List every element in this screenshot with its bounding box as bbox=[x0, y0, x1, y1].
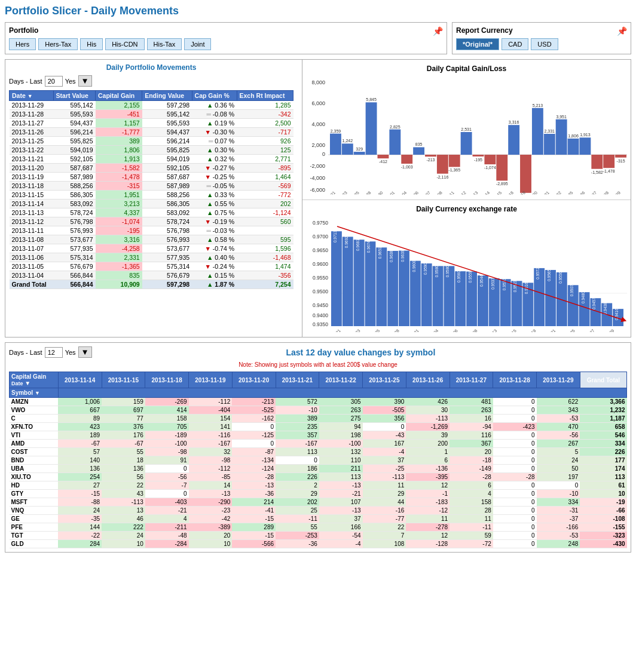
svg-text:0.9400: 0.9400 bbox=[313, 312, 328, 318]
symbol-cell: 158 bbox=[145, 415, 189, 423]
svg-text:1,913: 1,913 bbox=[580, 133, 591, 137]
symbol-cell: -66 bbox=[580, 507, 626, 515]
symbol-cell: -1,269 bbox=[406, 423, 450, 431]
currency-btn-usd[interactable]: USD bbox=[531, 38, 558, 50]
symbol-cell: 24 bbox=[537, 456, 580, 465]
symbol-cell: 0 bbox=[493, 532, 537, 540]
filter-days-input[interactable] bbox=[45, 76, 63, 87]
symbol-cell: -41 bbox=[232, 507, 276, 515]
svg-text:13-11-15: 13-11-15 bbox=[502, 329, 517, 332]
symbol-cell: 0 bbox=[232, 440, 276, 448]
table-row: 2013-11-06 575,314 2,331 577,935 ▲ 0.40 … bbox=[10, 253, 293, 262]
symbol-cell: -54 bbox=[319, 532, 363, 540]
cell-exch: 1,464 bbox=[237, 173, 293, 182]
cell-date: 2013-11-04 bbox=[10, 271, 54, 280]
sym-col-1126: 2013-11-26 bbox=[406, 372, 450, 388]
symbol-row: PFE144222-211-3892895516622-278-110-166-… bbox=[10, 523, 627, 532]
symbol-name: MSFT bbox=[10, 498, 59, 507]
symbol-name: GLD bbox=[10, 540, 59, 548]
bottom-filter-label: Days - Last bbox=[9, 349, 42, 356]
table-row: 2013-11-20 587,687 -1,582 592,105 ▼ -0.2… bbox=[10, 164, 293, 173]
svg-text:0.9638: 0.9638 bbox=[389, 250, 393, 262]
cell-date: 2013-11-21 bbox=[10, 155, 54, 164]
table-row: 2013-11-26 596,214 -1,777 594,437 ▼ -0.3… bbox=[10, 128, 293, 137]
symbol-cell: 116 bbox=[450, 431, 493, 440]
cell-exch: 1,285 bbox=[237, 101, 293, 110]
symbol-cell: 1 bbox=[406, 448, 450, 456]
cell-capgain: 835 bbox=[96, 271, 142, 280]
fx-bars: 0.97130.96920.96810.96740.96510.96380.96… bbox=[331, 231, 623, 326]
svg-rect-19 bbox=[389, 130, 400, 155]
symbol-cell: -21 bbox=[145, 507, 189, 515]
currency-btn-original[interactable]: *Original* bbox=[456, 38, 499, 50]
svg-rect-94 bbox=[331, 231, 342, 326]
portfolio-pin-icon[interactable]: 📌 bbox=[433, 26, 443, 36]
symbol-cell: -98 bbox=[145, 448, 189, 456]
symbol-cell: -403 bbox=[145, 498, 189, 507]
cell-capgain: 2,155 bbox=[96, 101, 142, 110]
portfolio-btn-herstax[interactable]: Hers-Tax bbox=[38, 38, 78, 50]
symbol-row: XIU.TO25456-56-85-28226113-113-395-28-28… bbox=[10, 473, 627, 481]
cell-exch: -895 bbox=[237, 164, 293, 173]
symbol-cell: 214 bbox=[232, 498, 276, 507]
symbol-cell: -112 bbox=[189, 398, 233, 406]
cell-date: 2013-11-11 bbox=[10, 226, 54, 235]
symbol-cell: 389 bbox=[276, 415, 319, 423]
portfolio-btn-his[interactable]: His bbox=[80, 38, 103, 50]
symbol-cell: -23 bbox=[189, 507, 233, 515]
cell-start: 586,305 bbox=[53, 191, 95, 200]
svg-text:-412: -412 bbox=[379, 159, 387, 164]
cell-capgain: -1,365 bbox=[96, 262, 142, 271]
symbol-cell: 44 bbox=[363, 498, 406, 507]
symbol-cell: -67 bbox=[58, 440, 102, 448]
fx-title: Daily Currency exchange rate bbox=[307, 205, 626, 213]
portfolio-btn-joint[interactable]: Joint bbox=[184, 38, 211, 50]
portfolio-btn-histax[interactable]: His-Tax bbox=[147, 38, 182, 50]
svg-text:13-11-04: 13-11-04 bbox=[393, 191, 408, 195]
symbol-row: C8977158154-162389275356-113160-531,187 bbox=[10, 415, 627, 423]
portfolio-btn-hers[interactable]: Hers bbox=[9, 38, 36, 50]
symbol-row: VNQ2413-21-23-4125-13-16-12280-31-66 bbox=[10, 507, 627, 515]
symbol-cell: 110 bbox=[319, 456, 363, 465]
cell-exch: -717 bbox=[237, 128, 293, 137]
cell-start: 595,142 bbox=[53, 101, 95, 110]
daily-movements-table: Date ▼ Start Value Capital Gain Ending V… bbox=[9, 90, 293, 289]
symbol-cell: 263 bbox=[450, 406, 493, 415]
cell-pct: ▼ -0.74 % bbox=[192, 244, 237, 253]
svg-text:0.9533: 0.9533 bbox=[491, 278, 495, 290]
currency-pin-icon[interactable]: 📌 bbox=[617, 26, 627, 36]
currency-btn-cad[interactable]: CAD bbox=[502, 38, 528, 50]
svg-text:13-11-26: 13-11-26 bbox=[571, 191, 586, 195]
symbol-cell: -162 bbox=[232, 415, 276, 423]
svg-rect-55 bbox=[603, 155, 614, 168]
svg-text:13-11-14: 13-11-14 bbox=[476, 191, 491, 195]
cell-start: 587,989 bbox=[53, 173, 95, 182]
cell-pct: ═ 0.07 % bbox=[192, 137, 237, 146]
symbol-row: BND1401891-98-1340110376-18024177 bbox=[10, 456, 627, 465]
svg-text:0.9523: 0.9523 bbox=[513, 280, 517, 292]
symbol-cell: -108 bbox=[580, 515, 626, 523]
filter-dropdown-btn[interactable]: ▼ bbox=[78, 75, 92, 87]
symbol-cell: 0 bbox=[145, 465, 189, 473]
cell-start: 577,935 bbox=[53, 244, 95, 253]
portfolio-btn-hiscdn[interactable]: His-CDN bbox=[105, 38, 144, 50]
symbol-name: VWO bbox=[10, 406, 59, 415]
symbol-cell: 546 bbox=[580, 431, 626, 440]
symbol-cell: -155 bbox=[580, 523, 626, 532]
cell-date: 2013-11-08 bbox=[10, 235, 54, 244]
symbol-cell: 263 bbox=[319, 406, 363, 415]
bottom-filter-input[interactable] bbox=[45, 347, 63, 358]
symbol-cell: 572 bbox=[276, 398, 319, 406]
svg-rect-96 bbox=[343, 237, 353, 326]
cell-exch: -772 bbox=[237, 191, 293, 200]
svg-text:0.9560: 0.9560 bbox=[457, 271, 461, 283]
bottom-filter-btn[interactable]: ▼ bbox=[78, 346, 92, 358]
symbol-cell: 94 bbox=[319, 423, 363, 431]
svg-text:-195: -195 bbox=[474, 158, 482, 162]
symbol-name: XFN.TO bbox=[10, 423, 59, 431]
cell-pct: ═ -0.05 % bbox=[192, 182, 237, 191]
symbol-cell: 414 bbox=[145, 406, 189, 415]
symbol-cell: 0 bbox=[493, 507, 537, 515]
symbol-cell: 27 bbox=[58, 481, 102, 490]
symbol-cell: -94 bbox=[450, 423, 493, 431]
